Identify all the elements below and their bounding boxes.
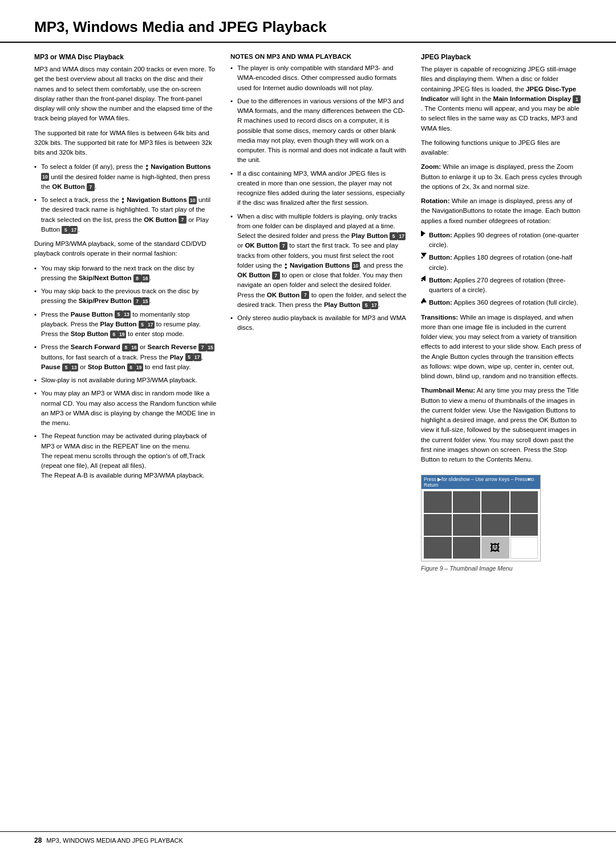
main-content: MP3 or WMA Disc Playback MP3 and WMA dis… <box>0 53 616 572</box>
thumb-cell <box>481 491 509 513</box>
list-item: Due to the differences in various versio… <box>230 96 407 165</box>
figure-caption: Figure 9 – Thumbnail Image Menu <box>421 565 582 572</box>
thumb-cell <box>481 514 509 536</box>
jpeg-para-1: The player is capable of recognizing JPE… <box>421 64 582 134</box>
list-item: The player is only compatible with stand… <box>230 63 407 93</box>
list-item: You may skip back to the previous track … <box>34 286 217 306</box>
thumb-cell <box>453 537 481 559</box>
zoom-text: Zoom: While an image is displayed, press… <box>421 162 582 192</box>
list-item: When a disc with multiple folders is pla… <box>230 212 407 310</box>
page-header: MP3, Windows Media and JPEG Playback <box>0 0 616 43</box>
transitions-text: Transitions: While an image is displayed… <box>421 313 582 382</box>
thumb-cell <box>510 537 538 559</box>
thumb-cell <box>424 514 452 536</box>
list-item: To select a track, press the ▲▼ Navigati… <box>34 195 217 235</box>
middle-section-title: NOTES ON MP3 AND WMA PLAYBACK <box>230 53 407 60</box>
list-item: Button: Applies 270 degrees of rotation … <box>421 276 582 296</box>
rotation-text: Rotation: While an image is displayed, p… <box>421 196 582 226</box>
left-section-title: MP3 or WMA Disc Playback <box>34 53 217 61</box>
thumb-cell <box>424 537 452 559</box>
thumb-cell <box>453 491 481 513</box>
dvd-playback-note: During MP3/WMA playback, some of the sta… <box>34 239 217 259</box>
list-item: To select a folder (if any), press the ▲… <box>34 162 217 192</box>
thumbnail-text: Thumbnail Menu: At any time you may pres… <box>421 386 582 464</box>
thumb-bar-text: Press ▶for slideshow – Use arrow Keys – … <box>424 476 534 488</box>
rotation-bullets: Button: Applies 90 degrees of rotation (… <box>421 231 582 308</box>
right-column: JPEG Playback The player is capable of r… <box>421 53 582 572</box>
list-item: You may skip forward to the next track o… <box>34 264 217 284</box>
list-item: Slow-play is not available during MP3/WM… <box>34 375 217 385</box>
list-item: Press the Search Forward 816 or Search R… <box>34 342 217 372</box>
right-section-title: JPEG Playback <box>421 53 582 61</box>
thumb-bar: Press ▶for slideshow – Use arrow Keys – … <box>422 475 540 489</box>
list-item: If a disc containing MP3, WMA and/or JPE… <box>230 169 407 208</box>
thumb-cell <box>424 491 452 513</box>
left-column: MP3 or WMA Disc Playback MP3 and WMA dis… <box>34 53 217 572</box>
left-para-2: The supported bit rate for WMA files is … <box>34 128 217 158</box>
playback-bullets: You may skip forward to the next track o… <box>34 264 217 481</box>
footer-page-number: 28 <box>34 836 42 844</box>
page-footer: 28 MP3, WINDOWS MEDIA AND JPEG PLAYBACK <box>0 831 616 849</box>
footer-text: MP3, WINDOWS MEDIA AND JPEG PLAYBACK <box>46 837 183 844</box>
list-item: Press the Pause Button 513 to momentaril… <box>34 310 217 339</box>
thumb-cell <box>453 514 481 536</box>
middle-bullets: The player is only compatible with stand… <box>230 63 407 333</box>
list-item: Button: Applies 180 degrees of rotation … <box>421 253 582 273</box>
thumbnail-image-box: Press ▶for slideshow – Use arrow Keys – … <box>421 475 541 561</box>
thumb-grid: 🖼 <box>422 489 540 561</box>
page-title: MP3, Windows Media and JPEG Playback <box>34 18 582 36</box>
middle-column: NOTES ON MP3 AND WMA PLAYBACK The player… <box>230 53 407 572</box>
page: MP3, Windows Media and JPEG Playback MP3… <box>0 0 616 849</box>
left-bullets: To select a folder (if any), press the ▲… <box>34 162 217 235</box>
list-item: The Repeat function may be activated dur… <box>34 431 217 480</box>
thumb-cell <box>510 514 538 536</box>
list-item: You may play an MP3 or WMA disc in rando… <box>34 389 217 428</box>
jpeg-para-2: The following functions unique to JPEG f… <box>421 138 582 158</box>
list-item: Only stereo audio playback is available … <box>230 313 407 333</box>
left-para-1: MP3 and WMA discs may contain 200 tracks… <box>34 64 217 124</box>
list-item: Button: Applies 360 degrees of rotation … <box>421 298 582 308</box>
list-item: Button: Applies 90 degrees of rotation (… <box>421 231 582 250</box>
thumb-cell <box>510 491 538 513</box>
thumb-cell-icon: 🖼 <box>481 537 509 559</box>
